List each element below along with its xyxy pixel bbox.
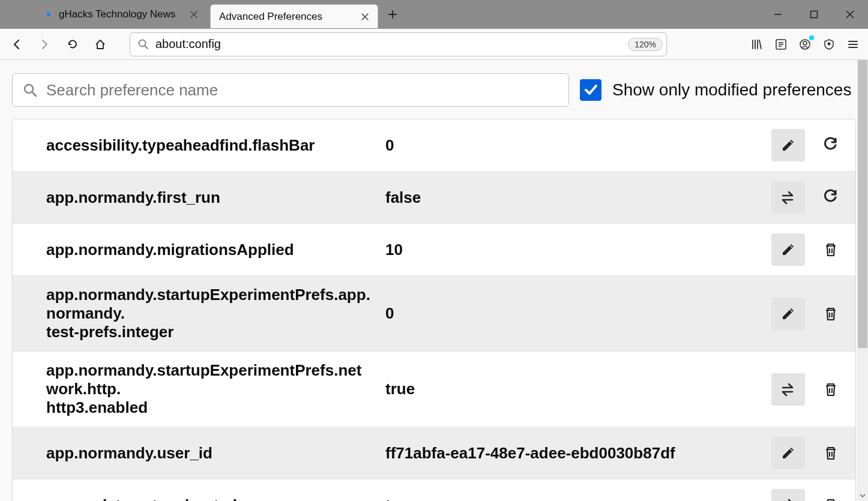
toggle-button[interactable]	[771, 181, 805, 214]
pref-row: app.normandy.first_runfalse	[13, 172, 855, 224]
tab-advanced-preferences[interactable]: Advanced Preferences	[210, 4, 378, 28]
content-area: Show only modified preferences accessibi…	[0, 60, 868, 501]
pref-name: app.update.auto.migrated	[46, 496, 385, 502]
close-window-button[interactable]	[832, 0, 868, 29]
pref-row: accessibility.typeaheadfind.flashBar0	[13, 119, 855, 172]
pref-row: app.update.auto.migratedtrue	[13, 479, 855, 501]
toggle-button[interactable]	[771, 373, 805, 406]
reload-button[interactable]	[62, 34, 83, 55]
pref-name: app.normandy.startupExperimentPrefs.app.…	[46, 286, 385, 341]
home-button[interactable]	[90, 34, 110, 55]
preferences-table: accessibility.typeaheadfind.flashBar0app…	[12, 119, 856, 501]
menu-button[interactable]	[845, 37, 861, 52]
delete-button[interactable]	[818, 301, 843, 326]
pref-value: true	[385, 496, 771, 502]
pref-name: app.normandy.startupExperimentPrefs.netw…	[46, 361, 385, 417]
pref-name: app.normandy.user_id	[46, 444, 385, 463]
window-controls	[760, 0, 868, 29]
tab-ghacks[interactable]: gHacks Technology News	[38, 2, 206, 26]
pref-name: app.normandy.first_run	[46, 188, 385, 207]
close-icon[interactable]	[187, 8, 200, 21]
show-modified-label: Show only modified preferences	[612, 80, 851, 100]
maximize-button[interactable]	[796, 0, 832, 29]
zoom-indicator[interactable]: 120%	[628, 38, 663, 51]
titlebar: gHacks Technology News Advanced Preferen…	[0, 0, 868, 29]
forward-button[interactable]	[35, 34, 55, 55]
pref-row: app.normandy.user_idff71abfa-ea17-48e7-a…	[13, 427, 855, 479]
pref-name: accessibility.typeaheadfind.flashBar	[46, 136, 385, 155]
pref-value: 10	[385, 241, 771, 259]
pref-value: false	[385, 188, 771, 207]
account-icon[interactable]	[797, 37, 813, 52]
reset-button[interactable]	[818, 185, 843, 210]
pref-row: app.normandy.migrationsApplied10	[13, 224, 855, 276]
edit-button[interactable]	[771, 298, 805, 330]
pref-row: app.normandy.startupExperimentPrefs.app.…	[13, 276, 855, 352]
scrollbar[interactable]	[857, 60, 868, 501]
delete-button[interactable]	[818, 237, 843, 262]
url-input[interactable]	[155, 37, 628, 51]
show-modified-checkbox[interactable]	[580, 79, 601, 101]
pref-value: 0	[385, 304, 771, 323]
delete-button[interactable]	[818, 377, 843, 402]
edit-button[interactable]	[771, 437, 805, 469]
new-tab-button[interactable]	[382, 4, 403, 25]
minimize-button[interactable]	[760, 0, 796, 29]
svg-point-6	[25, 85, 33, 93]
pref-value: true	[385, 380, 771, 398]
pref-value: 0	[385, 136, 771, 155]
pref-name: app.normandy.migrationsApplied	[46, 241, 385, 259]
pref-value: ff71abfa-ea17-48e7-adee-ebd0030b87df	[385, 444, 771, 463]
reset-button[interactable]	[818, 133, 843, 158]
scroll-down-icon[interactable]	[857, 490, 868, 501]
nav-toolbar: 120%	[0, 29, 868, 60]
delete-button[interactable]	[818, 440, 843, 466]
toggle-button[interactable]	[771, 489, 805, 501]
library-icon[interactable]	[749, 37, 765, 52]
pref-row: app.normandy.startupExperimentPrefs.netw…	[13, 352, 855, 427]
tab-title: gHacks Technology News	[59, 8, 182, 20]
edit-button[interactable]	[771, 233, 805, 266]
back-button[interactable]	[7, 34, 28, 55]
url-bar[interactable]: 120%	[130, 32, 667, 56]
favicon-dot-icon	[47, 13, 50, 16]
edit-button[interactable]	[771, 129, 805, 161]
delete-button[interactable]	[818, 493, 843, 501]
pref-search-input[interactable]	[46, 81, 559, 100]
close-icon[interactable]	[358, 10, 372, 23]
ublock-icon[interactable]	[821, 37, 837, 52]
search-icon	[22, 82, 38, 98]
tab-title: Advanced Preferences	[219, 11, 354, 23]
scrollbar-thumb[interactable]	[858, 60, 867, 348]
reader-icon[interactable]	[773, 37, 789, 52]
search-icon	[137, 38, 149, 50]
pref-search-box[interactable]	[12, 73, 569, 107]
